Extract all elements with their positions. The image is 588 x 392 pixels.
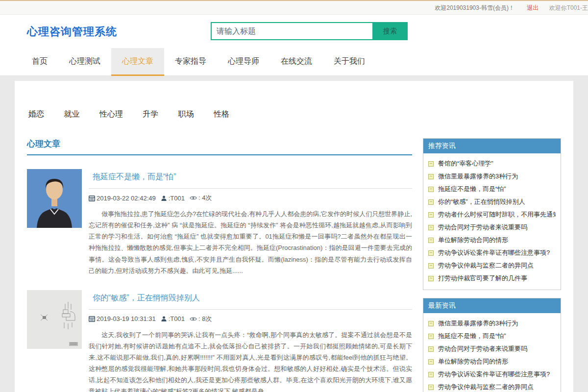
portrait-photo: [27, 169, 82, 228]
article-date: 2019-03-22 02:42:49: [97, 195, 156, 202]
note-icon: [428, 199, 434, 205]
recommended-news-title: 推荐资讯: [423, 139, 561, 153]
note-icon: [428, 238, 434, 243]
sketch-image: [27, 290, 82, 349]
news-item-label: 微信里最暴露修养的3种行为: [438, 172, 518, 181]
recommended-news-box: 推荐资讯 餐馆的“宰客心理学” 微信里最暴露修养的3种行为 拖延症不是懒，而是“…: [423, 138, 561, 290]
user-icon: [161, 195, 167, 201]
note-icon: [428, 212, 434, 218]
nav-item-experts[interactable]: 专家指导: [164, 48, 217, 76]
search-button[interactable]: 搜索: [372, 22, 408, 40]
nav-item-chat[interactable]: 在线交流: [270, 48, 323, 76]
nav-item-articles[interactable]: 心理文章: [111, 48, 164, 76]
calendar-icon: [89, 195, 95, 201]
note-icon: [428, 225, 434, 230]
article-meta: 2019-03-22 02:42:49 :T001 : 4次: [89, 194, 412, 202]
note-icon: [428, 359, 434, 365]
news-item-label: 劳动争议仲裁与监察二者的异同点: [438, 383, 534, 392]
category-employment[interactable]: 就业: [64, 110, 79, 118]
article-meta: 2019-03-19 10:31:31 :T001 : 8次: [89, 315, 412, 323]
article-thumbnail[interactable]: [27, 169, 82, 228]
news-item-label: 劳动者什么时候可随时辞职，不用事先通知用人单: [438, 210, 556, 219]
article-thumbnail[interactable]: [27, 290, 82, 349]
article-title-link[interactable]: 拖延症不是懒，而是“怕”: [89, 169, 412, 189]
article-title-link[interactable]: 你的“敏感”，正在悄悄毁掉别人: [89, 290, 412, 310]
category-marriage[interactable]: 婚恋: [28, 110, 44, 118]
article-date: 2019-03-19 10:31:31: [97, 315, 156, 322]
nav-item-home[interactable]: 首页: [21, 48, 58, 76]
note-icon: [428, 276, 434, 281]
category-education[interactable]: 升学: [143, 110, 158, 118]
news-item[interactable]: 餐馆的“宰客心理学”: [428, 157, 556, 170]
news-item[interactable]: 劳动争议仲裁与监察二者的异同点: [428, 259, 556, 272]
article-views: : 4次: [198, 194, 212, 202]
category-workplace[interactable]: 职场: [178, 110, 194, 118]
news-item-label: 劳动争议诉讼案件举证有哪些注意事项?: [438, 370, 550, 379]
note-icon: [428, 187, 434, 192]
welcome-teacher-text: 欢迎你T001-王生: [549, 4, 588, 11]
news-item-label: 你的“敏感”，正在悄悄毁掉别人: [438, 197, 525, 206]
category-filter: 婚恋 就业 性心理 升学 职场 性格: [15, 109, 573, 120]
section-title: 心理文章: [27, 138, 412, 155]
news-item-label: 劳动争议仲裁与监察二者的异同点: [438, 261, 534, 270]
search-bar: 搜索: [211, 22, 408, 40]
article-card: 你的“敏感”，正在悄悄毁掉别人 2019-03-19 10:31:31 :T00…: [27, 290, 412, 392]
news-item[interactable]: 单位解除劳动合同的情形: [428, 234, 556, 246]
latest-news-title: 最新资讯: [423, 298, 561, 313]
nav-item-about[interactable]: 关于我们: [323, 48, 376, 76]
news-item-label: 劳动合同对于劳动者来说重要吗: [438, 223, 527, 232]
news-item[interactable]: 劳动争议仲裁与监察二者的异同点: [428, 381, 556, 392]
news-item-label: 打劳动仲裁官司要了解的几件事: [438, 274, 527, 283]
note-icon: [428, 263, 434, 269]
news-item[interactable]: 单位解除劳动合同的情形: [428, 355, 556, 368]
note-icon: [428, 385, 434, 390]
note-icon: [428, 174, 434, 179]
article-list: 心理文章 拖延症不是懒，而是“怕”: [27, 138, 412, 392]
news-item-label: 微信里最暴露修养的3种行为: [438, 319, 518, 328]
note-icon: [428, 346, 434, 352]
news-item-label: 单位解除劳动合同的情形: [438, 357, 508, 366]
note-icon: [428, 334, 434, 339]
news-item-label: 餐馆的“宰客心理学”: [438, 159, 493, 168]
category-sex-psychology[interactable]: 性心理: [99, 110, 123, 118]
nav-item-tests[interactable]: 心理测试: [58, 48, 111, 76]
article-views: : 8次: [198, 315, 212, 323]
main-nav: 首页 心理测试 心理文章 专家指导 心理导师 在线交流 关于我们: [0, 48, 588, 76]
category-personality[interactable]: 性格: [214, 110, 229, 118]
news-item[interactable]: 劳动者什么时候可随时辞职，不用事先通知用人单: [428, 208, 556, 221]
news-item[interactable]: 劳动争议诉讼案件举证有哪些注意事项?: [428, 246, 556, 259]
logout-link[interactable]: 退出: [527, 4, 539, 11]
article-card: 拖延症不是懒，而是“怕” 2019-03-22 02:42:49 :T001: [27, 169, 412, 276]
site-title: 心理咨询管理系统: [27, 24, 117, 39]
nav-item-tutors[interactable]: 心理导师: [217, 48, 270, 76]
news-item-label: 单位解除劳动合同的情形: [438, 236, 508, 245]
calendar-icon: [89, 316, 95, 322]
news-item[interactable]: 打劳动仲裁官司要了解的几件事: [428, 272, 556, 285]
news-item[interactable]: 劳动争议诉讼案件举证有哪些注意事项?: [428, 368, 556, 381]
news-item[interactable]: 微信里最暴露修养的3种行为: [428, 317, 556, 330]
welcome-member-text: 欢迎2019031903-韩雪(会员)！: [435, 4, 514, 11]
main-panel: 婚恋 就业 性心理 升学 职场 性格 心理文章: [15, 81, 573, 392]
search-input[interactable]: [211, 22, 372, 40]
note-icon: [428, 250, 434, 256]
user-icon: [161, 316, 167, 322]
top-accent-line: [69, 0, 93, 1]
news-item-label: 拖延症不是懒，而是“怕”: [438, 332, 506, 341]
article-excerpt: 这天,我收到了一个前同事的哭诉,让我有一点头疼：“救命啊,那个同事真的太敏感了。…: [89, 329, 412, 392]
news-item[interactable]: 拖延症不是懒，而是“怕”: [428, 183, 556, 196]
article-author: :T001: [169, 315, 185, 322]
header: 心理咨询管理系统 搜索: [0, 15, 588, 48]
note-icon: [428, 372, 434, 377]
news-item[interactable]: 拖延症不是懒，而是“怕”: [428, 330, 556, 343]
news-item[interactable]: 劳动合同对于劳动者来说重要吗: [428, 221, 556, 234]
news-item-label: 劳动合同对于劳动者来说重要吗: [438, 344, 527, 353]
latest-news-box: 最新资讯 微信里最暴露修养的3种行为 拖延症不是懒，而是“怕” 劳动合同对于劳动…: [423, 298, 561, 392]
news-item[interactable]: 劳动合同对于劳动者来说重要吗: [428, 343, 556, 355]
note-icon: [428, 161, 434, 167]
news-item-label: 拖延症不是懒，而是“怕”: [438, 185, 506, 194]
news-item[interactable]: 你的“敏感”，正在悄悄毁掉别人: [428, 196, 556, 208]
news-item[interactable]: 微信里最暴露修养的3种行为: [428, 170, 556, 183]
sidebar: 推荐资讯 餐馆的“宰客心理学” 微信里最暴露修养的3种行为 拖延症不是懒，而是“…: [423, 138, 561, 392]
article-author: :T001: [169, 195, 185, 202]
note-icon: [428, 321, 434, 326]
